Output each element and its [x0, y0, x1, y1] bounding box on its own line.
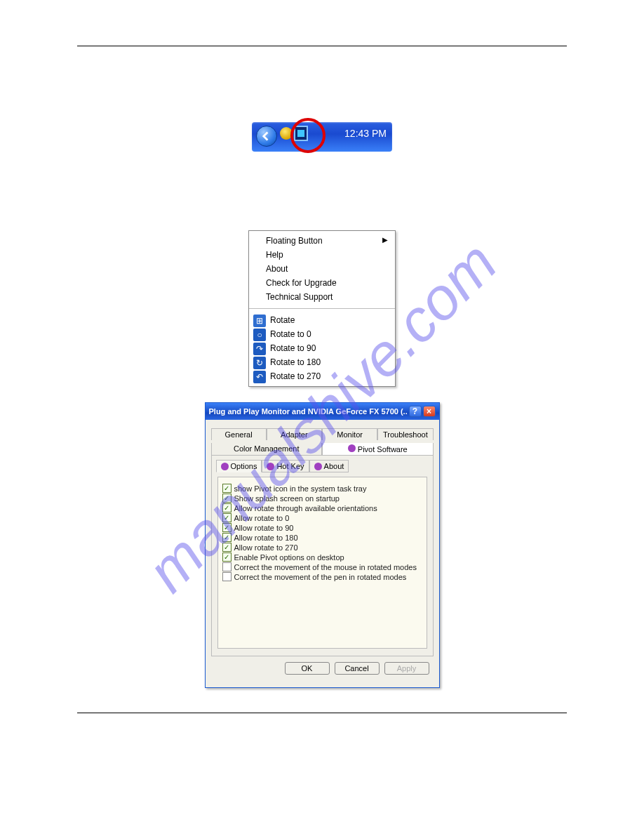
rotate-0-icon: ○	[253, 329, 266, 341]
option-label: Allow rotate to 90	[234, 524, 294, 532]
tab-row-1: General Adapter Monitor Troubleshoot	[211, 428, 434, 440]
tab-label: Pivot Software	[358, 445, 408, 454]
properties-dialog: Plug and Play Monitor and NVIDIA GeForce…	[205, 402, 440, 688]
rotate-180-icon: ↻	[253, 357, 266, 369]
option-label: Allow rotate to 180	[234, 534, 298, 542]
dialog-titlebar[interactable]: Plug and Play Monitor and NVIDIA GeForce…	[206, 403, 439, 420]
tab-panel: Options Hot Key About ✓show Pivot icon i…	[211, 455, 434, 656]
menu-technical-support[interactable]: Technical Support	[249, 290, 395, 304]
option-correct-pen[interactable]: ✓Correct the movement of the pen in rota…	[222, 572, 422, 581]
menu-rotate-270[interactable]: ↶Rotate to 270	[249, 369, 395, 383]
inner-tab-row: Options Hot Key About	[215, 458, 430, 472]
pivot-icon	[221, 463, 229, 470]
option-show-splash[interactable]: ✓Show splash screen on startup	[222, 494, 422, 503]
tab-label: Adapter	[281, 430, 308, 439]
tray-expand-arrow-icon[interactable]	[256, 126, 277, 147]
button-label: OK	[302, 664, 313, 673]
tab-label: Troubleshoot	[383, 430, 428, 439]
option-rotate-through[interactable]: ✓Allow rotate through available orientat…	[222, 503, 422, 512]
option-label: show Pivot icon in the system task tray	[234, 484, 367, 493]
menu-about[interactable]: About	[249, 262, 395, 276]
checkbox-icon: ✓	[222, 562, 232, 571]
tab-label: General	[225, 430, 253, 439]
pivot-icon	[267, 463, 274, 470]
bottom-rule	[77, 713, 567, 713]
checkbox-icon: ✓	[222, 484, 232, 493]
menu-item-label: Technical Support	[266, 292, 333, 302]
checkbox-icon: ✓	[222, 523, 232, 532]
menu-help[interactable]: Help	[249, 248, 395, 262]
checkbox-icon: ✓	[222, 572, 232, 581]
system-tray: 12:43 PM	[252, 117, 392, 157]
option-label: Enable Pivot options on desktop	[234, 553, 344, 562]
menu-rotate[interactable]: ⊞Rotate	[249, 313, 395, 327]
ok-button[interactable]: OK	[285, 662, 330, 675]
menu-item-label: Rotate to 90	[270, 343, 316, 353]
pivot-icon	[314, 463, 322, 470]
option-label: Show splash screen on startup	[234, 494, 340, 503]
pivot-icon	[348, 444, 356, 452]
options-box: ✓show Pivot icon in the system task tray…	[217, 477, 427, 649]
menu-rotate-0[interactable]: ○Rotate to 0	[249, 327, 395, 341]
top-rule	[77, 46, 567, 46]
option-enable-desktop[interactable]: ✓Enable Pivot options on desktop	[222, 552, 422, 562]
checkbox-icon: ✓	[222, 552, 232, 562]
context-menu: Floating Button Help About Check for Upg…	[248, 230, 396, 387]
checkbox-icon: ✓	[222, 513, 232, 522]
tab-adapter[interactable]: Adapter	[267, 428, 322, 440]
menu-item-label: About	[266, 264, 288, 274]
tray-clock: 12:43 PM	[344, 128, 387, 139]
menu-check-upgrade[interactable]: Check for Upgrade	[249, 276, 395, 290]
inner-tab-about[interactable]: About	[309, 460, 349, 472]
option-show-tray-icon[interactable]: ✓show Pivot icon in the system task tray	[222, 484, 422, 493]
menu-item-label: Rotate to 270	[270, 371, 321, 381]
menu-rotate-180[interactable]: ↻Rotate to 180	[249, 355, 395, 369]
tab-monitor[interactable]: Monitor	[322, 428, 377, 440]
tab-general[interactable]: General	[211, 428, 267, 440]
close-button[interactable]: ×	[423, 406, 436, 417]
checkbox-icon: ✓	[222, 543, 232, 552]
tab-color-management[interactable]: Color Management	[211, 443, 323, 455]
option-label: Correct the movement of the mouse in rot…	[234, 563, 417, 571]
menu-item-label: Rotate to 180	[270, 357, 321, 367]
rotate-icon: ⊞	[253, 315, 266, 327]
menu-floating-button[interactable]: Floating Button	[249, 234, 395, 248]
menu-separator	[249, 308, 395, 309]
dialog-title: Plug and Play Monitor and NVIDIA GeForce…	[209, 407, 408, 416]
tab-label: Color Management	[234, 444, 300, 453]
option-correct-mouse[interactable]: ✓Correct the movement of the mouse in ro…	[222, 562, 422, 571]
menu-item-label: Floating Button	[266, 236, 323, 246]
menu-item-label: Help	[266, 250, 283, 260]
rotate-270-icon: ↶	[253, 371, 266, 383]
apply-button[interactable]: Apply	[384, 662, 429, 675]
option-allow-0[interactable]: ✓Allow rotate to 0	[222, 513, 422, 522]
rotate-90-icon: ↷	[253, 343, 266, 355]
inner-tab-label: Options	[231, 462, 257, 470]
checkbox-icon: ✓	[222, 503, 232, 512]
option-allow-180[interactable]: ✓Allow rotate to 180	[222, 533, 422, 542]
tab-troubleshoot[interactable]: Troubleshoot	[377, 428, 433, 440]
button-label: Apply	[397, 664, 417, 673]
help-button[interactable]: ?	[409, 406, 422, 417]
dialog-button-row: OK Cancel Apply	[211, 656, 434, 682]
menu-rotate-90[interactable]: ↷Rotate to 90	[249, 341, 395, 355]
tab-label: Monitor	[337, 430, 363, 439]
tab-row-2: Color Management Pivot Software	[211, 443, 434, 455]
tab-pivot-software[interactable]: Pivot Software	[322, 443, 434, 455]
inner-tab-label: About	[324, 462, 344, 470]
inner-tab-label: Hot Key	[276, 462, 304, 470]
option-label: Allow rotate to 270	[234, 543, 298, 552]
option-allow-270[interactable]: ✓Allow rotate to 270	[222, 543, 422, 552]
option-label: Allow rotate through available orientati…	[234, 504, 377, 512]
checkbox-icon: ✓	[222, 494, 232, 503]
menu-item-label: Rotate	[270, 315, 295, 325]
option-allow-90[interactable]: ✓Allow rotate to 90	[222, 523, 422, 532]
option-label: Correct the movement of the pen in rotat…	[234, 573, 407, 581]
inner-tab-options[interactable]: Options	[216, 460, 262, 472]
menu-item-label: Rotate to 0	[270, 329, 311, 339]
option-label: Allow rotate to 0	[234, 514, 290, 522]
inner-tab-hotkey[interactable]: Hot Key	[262, 460, 309, 472]
cancel-button[interactable]: Cancel	[335, 662, 380, 675]
menu-item-label: Check for Upgrade	[266, 278, 337, 288]
checkbox-icon: ✓	[222, 533, 232, 542]
